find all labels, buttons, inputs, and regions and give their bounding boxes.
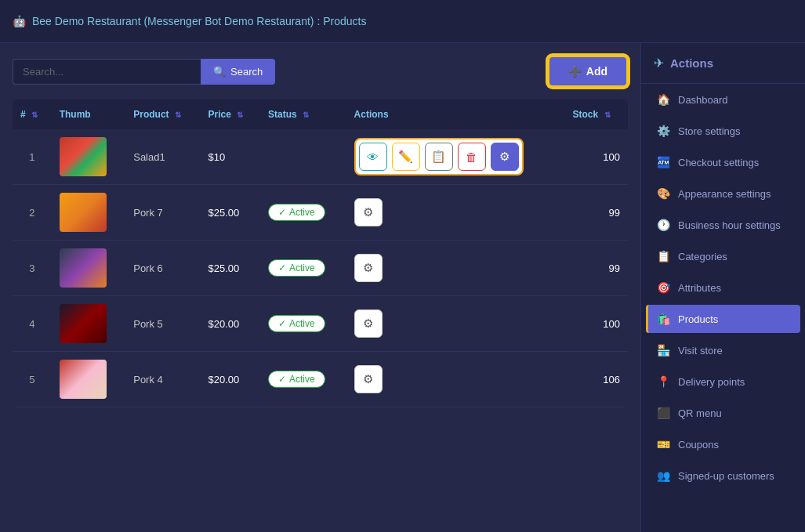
sidebar-label-coupons: Coupons xyxy=(678,439,719,451)
add-button[interactable]: ➕ Add xyxy=(548,56,628,87)
cell-price: $20.00 xyxy=(201,296,260,352)
table-row: 5 Pork 4 $20.00 ✓ Active xyxy=(13,352,628,407)
status-label: Active xyxy=(289,374,315,385)
cell-price: $20.00 xyxy=(201,352,260,407)
sidebar-label-dashboard: Dashboard xyxy=(678,94,728,106)
cell-status: ✓ Active xyxy=(260,185,346,241)
product-thumb xyxy=(60,248,107,288)
sidebar-item-attributes[interactable]: 🎯 Attributes xyxy=(641,272,805,303)
cell-stock: 99 xyxy=(565,241,628,296)
cell-num: 4 xyxy=(13,296,52,352)
delete-button[interactable]: 🗑 xyxy=(458,143,486,171)
sidebar-label-store-settings: Store settings xyxy=(678,125,741,137)
sort-icon-num[interactable]: ⇅ xyxy=(31,110,38,119)
status-label: Active xyxy=(289,207,315,218)
sidebar-item-business-hour-settings[interactable]: 🕐 Business hour settings xyxy=(641,209,805,241)
add-icon: ➕ xyxy=(568,65,582,78)
settings-button[interactable]: ⚙ xyxy=(354,309,383,338)
cell-actions: ⚙ xyxy=(346,352,565,407)
header-text: Bee Demo Restaurant (Messenger Bot Demo … xyxy=(32,15,366,27)
settings-button[interactable]: ⚙ xyxy=(354,365,383,393)
cell-actions: ⚙ xyxy=(346,185,565,241)
col-thumb: Thumb xyxy=(52,100,126,129)
header-title: 🤖 Bee Demo Restaurant (Messenger Bot Dem… xyxy=(13,15,366,27)
checkout-settings-icon: 🏧 xyxy=(656,156,670,168)
sidebar-item-products[interactable]: 🛍️ Products xyxy=(646,305,800,333)
cell-stock: 100 xyxy=(565,129,628,185)
cell-product: Pork 4 xyxy=(125,352,200,407)
cell-num: 2 xyxy=(13,185,52,241)
cell-thumb xyxy=(52,129,126,185)
cell-thumb xyxy=(52,241,126,296)
col-actions: Actions xyxy=(346,100,565,129)
search-icon: 🔍 xyxy=(213,66,226,78)
products-icon: 🛍️ xyxy=(656,313,670,325)
sidebar-item-categories[interactable]: 📋 Categories xyxy=(641,241,805,272)
sidebar-label-business-hour-settings: Business hour settings xyxy=(678,219,781,231)
cell-thumb xyxy=(52,296,126,352)
sidebar-item-visit-store[interactable]: 🏪 Visit store xyxy=(641,335,805,366)
cell-num: 5 xyxy=(13,352,52,407)
sidebar-item-checkout-settings[interactable]: 🏧 Checkout settings xyxy=(641,147,805,178)
sidebar-item-signed-up-customers[interactable]: 👥 Signed-up customers xyxy=(641,460,805,491)
edit-button[interactable]: ✏️ xyxy=(392,143,420,171)
cell-product: Pork 6 xyxy=(125,241,200,296)
table-row: 2 Pork 7 $25.00 ✓ Active xyxy=(13,185,628,241)
copy-button[interactable]: 📋 xyxy=(425,143,453,171)
search-input[interactable] xyxy=(13,59,201,85)
dashboard-icon: 🏠 xyxy=(656,93,670,106)
status-badge: ✓ Active xyxy=(268,204,325,221)
table-header-row: # ⇅ Thumb Product ⇅ Price ⇅ Status ⇅ Act… xyxy=(13,100,628,129)
sort-icon-status[interactable]: ⇅ xyxy=(303,110,309,119)
cell-thumb xyxy=(52,185,126,241)
qr-menu-icon: ⬛ xyxy=(656,407,670,419)
search-group: 🔍 Search xyxy=(13,59,275,85)
settings-button-row1[interactable]: ⚙ xyxy=(491,143,519,171)
sidebar-item-qr-menu[interactable]: ⬛ QR menu xyxy=(641,397,805,429)
attributes-icon: 🎯 xyxy=(656,281,670,294)
cell-product: Pork 5 xyxy=(125,296,200,352)
cell-actions: ⚙ xyxy=(346,241,565,296)
layout: 🔍 Search ➕ Add # ⇅ Thumb Product ⇅ Price… xyxy=(0,43,805,532)
table-row: 3 Pork 6 $25.00 ✓ Active xyxy=(13,241,628,296)
store-settings-icon: ⚙️ xyxy=(656,125,670,137)
cell-num: 1 xyxy=(13,129,52,185)
sidebar-item-appearance-settings[interactable]: 🎨 Appearance settings xyxy=(641,178,805,209)
sidebar-item-store-settings[interactable]: ⚙️ Store settings xyxy=(641,115,805,147)
col-status: Status ⇅ xyxy=(260,100,346,129)
view-button[interactable]: 👁 xyxy=(359,143,387,171)
check-icon: ✓ xyxy=(278,374,286,385)
sidebar-label-checkout-settings: Checkout settings xyxy=(678,157,759,168)
header-icon: 🤖 xyxy=(13,15,26,27)
sort-icon-stock[interactable]: ⇅ xyxy=(604,110,611,119)
cell-status: ✓ Active xyxy=(260,241,346,296)
signed-up-customers-icon: 👥 xyxy=(656,469,670,482)
cell-product: Pork 7 xyxy=(125,185,200,241)
business-hour-settings-icon: 🕐 xyxy=(656,219,670,231)
cell-price: $10 xyxy=(201,129,260,185)
cell-stock: 99 xyxy=(565,185,628,241)
sidebar-item-delivery-points[interactable]: 📍 Delivery points xyxy=(641,366,805,397)
check-icon: ✓ xyxy=(278,318,286,329)
product-thumb xyxy=(60,304,107,343)
sidebar-item-coupons[interactable]: 🎫 Coupons xyxy=(641,429,805,460)
status-label: Active xyxy=(289,262,315,273)
status-label: Active xyxy=(289,318,315,329)
cell-actions: ⚙ xyxy=(346,296,565,352)
cell-status: ✓ Active xyxy=(260,296,346,352)
col-price: Price ⇅ xyxy=(201,100,260,129)
sidebar-header-title: Actions xyxy=(670,56,713,70)
sort-icon-price[interactable]: ⇅ xyxy=(237,110,243,119)
delivery-points-icon: 📍 xyxy=(656,375,670,388)
products-table: # ⇅ Thumb Product ⇅ Price ⇅ Status ⇅ Act… xyxy=(13,100,628,407)
sort-icon-product[interactable]: ⇅ xyxy=(175,110,181,119)
search-label: Search xyxy=(230,66,263,78)
settings-button[interactable]: ⚙ xyxy=(354,254,383,282)
cell-price: $25.00 xyxy=(201,241,260,296)
product-thumb xyxy=(60,360,107,399)
search-button[interactable]: 🔍 Search xyxy=(201,59,275,85)
table-row: 1 Salad1 $10 👁 ✏️ xyxy=(13,129,628,185)
settings-button[interactable]: ⚙ xyxy=(354,198,383,226)
sidebar-item-dashboard[interactable]: 🏠 Dashboard xyxy=(641,84,805,115)
cell-product: Salad1 xyxy=(125,129,200,185)
